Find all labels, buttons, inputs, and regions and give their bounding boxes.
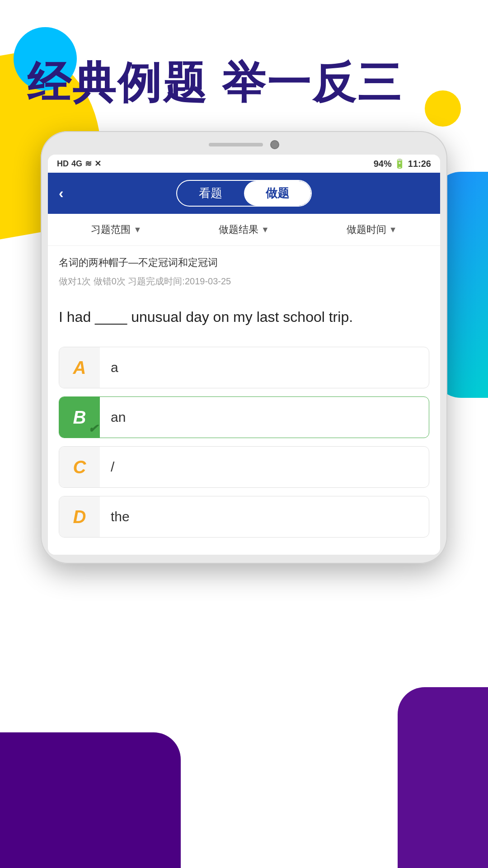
bg-shape-purple-bottom <box>0 732 181 868</box>
filter-time[interactable]: 做题时间 ▼ <box>347 223 397 236</box>
option-b-letter: B ✔ <box>59 397 100 438</box>
phone-speaker <box>209 143 263 146</box>
filter-result-arrow: ▼ <box>261 225 269 235</box>
option-c[interactable]: C / <box>59 446 429 488</box>
filter-range-label: 习题范围 <box>91 223 131 236</box>
filter-range[interactable]: 习题范围 ▼ <box>91 223 141 236</box>
filter-time-label: 做题时间 <box>347 223 386 236</box>
time-display: 11:26 <box>408 159 431 169</box>
hero-text: 经典例题 举一反三 <box>27 59 403 107</box>
battery-percent: 94% <box>374 159 392 169</box>
question-text: I had ____ unusual day on my last school… <box>59 301 429 333</box>
option-d[interactable]: D the <box>59 496 429 538</box>
option-d-letter: D <box>59 496 100 537</box>
bg-circle-yellow <box>425 90 461 127</box>
app-header: ‹ 看题 做题 <box>48 173 440 214</box>
filter-result[interactable]: 做题结果 ▼ <box>219 223 269 236</box>
status-bar: HD 4G ≋ ✕ 94% 🔋 11:26 <box>48 155 440 173</box>
option-c-letter: C <box>59 447 100 487</box>
option-a[interactable]: A a <box>59 347 429 388</box>
option-a-text: a <box>100 360 429 375</box>
option-d-text: the <box>100 509 429 524</box>
back-button[interactable]: ‹ <box>59 185 64 202</box>
option-b[interactable]: B ✔ an <box>59 396 429 438</box>
tab-group: 看题 做题 <box>176 180 312 207</box>
hd-icon: HD <box>57 159 69 169</box>
question-meta: 做对1次 做错0次 习题完成时间:2019-03-25 <box>59 275 429 288</box>
signal-icon: 4G <box>71 159 82 169</box>
wifi-icon: ≋ <box>85 159 92 169</box>
battery-icon: 🔋 <box>394 159 408 169</box>
phone-screen: HD 4G ≋ ✕ 94% 🔋 11:26 ‹ 看题 做题 <box>48 155 440 555</box>
option-b-text: an <box>100 410 429 425</box>
status-left-icons: HD 4G ≋ ✕ <box>57 159 101 169</box>
check-icon: ✔ <box>88 422 98 436</box>
option-c-text: / <box>100 459 429 475</box>
phone-mockup: HD 4G ≋ ✕ 94% 🔋 11:26 ‹ 看题 做题 <box>41 131 447 564</box>
status-right: 94% 🔋 11:26 <box>374 158 431 169</box>
option-a-letter: A <box>59 347 100 388</box>
bg-shape-purple-right-bottom <box>398 687 488 868</box>
tab-do[interactable]: 做题 <box>244 181 311 206</box>
phone-top-bar <box>48 140 440 149</box>
phone-camera <box>270 140 279 149</box>
filter-range-arrow: ▼ <box>133 225 141 235</box>
filter-bar: 习题范围 ▼ 做题结果 ▼ 做题时间 ▼ <box>48 214 440 246</box>
question-category: 名词的两种帽子—不定冠词和定冠词 <box>59 255 429 270</box>
filter-result-label: 做题结果 <box>219 223 258 236</box>
tab-view[interactable]: 看题 <box>177 181 244 206</box>
phone-outer: HD 4G ≋ ✕ 94% 🔋 11:26 ‹ 看题 做题 <box>41 131 447 564</box>
sim-icon: ✕ <box>94 159 101 169</box>
question-content: 名词的两种帽子—不定冠词和定冠词 做对1次 做错0次 习题完成时间:2019-0… <box>48 246 440 555</box>
filter-time-arrow: ▼ <box>389 225 397 235</box>
